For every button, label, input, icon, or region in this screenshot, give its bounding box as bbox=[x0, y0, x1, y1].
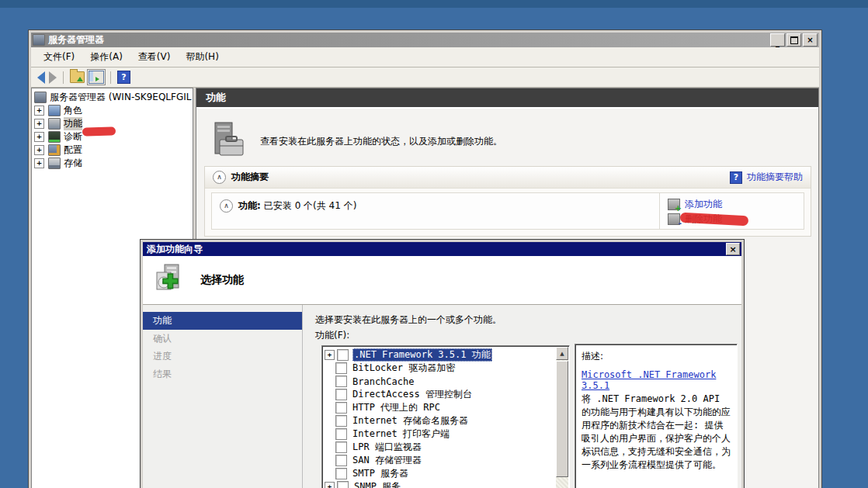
feature-label: Internet 打印客户端 bbox=[351, 427, 451, 441]
feature-checkbox[interactable] bbox=[335, 362, 347, 374]
menu-item[interactable]: 操作(A) bbox=[82, 48, 130, 66]
feature-checkbox[interactable] bbox=[335, 415, 347, 427]
tree-item-label: 诊断 bbox=[64, 130, 82, 144]
menu-item[interactable]: 文件(F) bbox=[36, 48, 82, 66]
feature-label: LPR 端口监视器 bbox=[351, 441, 423, 454]
dialog-header: 选择功能 bbox=[143, 256, 741, 305]
dialog-heading: 选择功能 bbox=[200, 273, 244, 287]
collapse-chevron-icon[interactable]: ∧ bbox=[220, 199, 233, 213]
panel-intro-text: 查看安装在此服务器上功能的状态，以及添加或删除功能。 bbox=[260, 135, 502, 148]
tree-item[interactable]: + 角色 bbox=[32, 104, 193, 117]
add-features-icon bbox=[668, 199, 680, 210]
minimize-button[interactable]: _ bbox=[770, 33, 785, 47]
server-manager-icon bbox=[34, 92, 47, 103]
tree-item[interactable]: + 存储 bbox=[32, 157, 193, 170]
expand-plus-icon[interactable]: + bbox=[325, 482, 335, 488]
feature-checkbox[interactable] bbox=[335, 402, 347, 414]
feature-row[interactable]: SMTP 服务器 bbox=[325, 467, 554, 480]
forward-icon[interactable] bbox=[49, 71, 57, 84]
feature-checkbox[interactable] bbox=[335, 441, 347, 453]
toolbar-separator bbox=[63, 71, 64, 84]
feature-row[interactable]: BitLocker 驱动器加密 bbox=[325, 362, 554, 375]
description-text: 将 .NET Framework 2.0 API 的功能与用于构建具有以下功能的… bbox=[582, 393, 731, 472]
back-icon[interactable] bbox=[37, 71, 45, 84]
feature-checkbox[interactable] bbox=[337, 481, 349, 488]
tree-item-label: 存储 bbox=[64, 157, 82, 170]
expand-plus-icon[interactable]: + bbox=[325, 350, 335, 360]
dialog-titlebar[interactable]: 添加功能向导 × bbox=[143, 242, 741, 256]
description-panel: 描述: Microsoft .NET Framework 3.5.1 将 .NE… bbox=[575, 344, 738, 488]
wizard-step[interactable]: 确认 bbox=[143, 330, 302, 348]
feature-checkbox[interactable] bbox=[337, 349, 349, 361]
window-titlebar[interactable]: 服务器管理器 _ × bbox=[31, 33, 819, 47]
add-features-wizard-dialog: 添加功能向导 × 选择功能 功能确认进度结果 选择要安装在此服务器上的一个或多个… bbox=[140, 239, 745, 488]
feature-row[interactable]: LPR 端口监视器 bbox=[325, 441, 554, 454]
feature-checkbox[interactable] bbox=[335, 376, 347, 387]
description-link[interactable]: Microsoft .NET Framework 3.5.1 bbox=[582, 369, 731, 391]
folder-icon[interactable] bbox=[70, 71, 85, 83]
console-tree-icon[interactable] bbox=[89, 71, 104, 84]
panel-header: 功能 bbox=[196, 88, 818, 109]
roles-icon bbox=[48, 105, 61, 116]
help-icon[interactable]: ? bbox=[117, 71, 130, 84]
features-count-label: 功能: bbox=[238, 199, 261, 213]
tree-root[interactable]: 服务器管理器 (WIN-SK9EQLFGIL bbox=[32, 91, 193, 104]
maximize-button[interactable] bbox=[786, 33, 801, 47]
feature-label: DirectAccess 管理控制台 bbox=[351, 388, 474, 401]
feature-label: SMTP 服务器 bbox=[351, 467, 410, 480]
menu-item[interactable]: 查看(V) bbox=[130, 48, 179, 66]
storage-icon bbox=[48, 157, 61, 169]
wizard-step[interactable]: 结果 bbox=[143, 365, 302, 383]
expand-plus-icon[interactable]: + bbox=[34, 106, 44, 116]
remove-features-icon bbox=[668, 213, 680, 225]
toolbar-separator bbox=[110, 71, 111, 84]
add-features-wizard-icon bbox=[154, 263, 188, 297]
minimize-icon: _ bbox=[776, 39, 779, 47]
config-icon bbox=[48, 144, 61, 156]
expand-plus-icon[interactable]: + bbox=[34, 132, 44, 142]
feature-label: .NET Framework 3.5.1 功能 bbox=[352, 348, 492, 362]
tree-item-label: 角色 bbox=[64, 104, 82, 117]
scrollbar-thumb[interactable] bbox=[556, 361, 568, 477]
dialog-close-button[interactable]: × bbox=[726, 243, 740, 255]
feature-label: SNMP 服务 bbox=[352, 480, 402, 488]
collapse-chevron-icon[interactable]: ∧ bbox=[213, 171, 226, 184]
features-listbox[interactable]: + .NET Framework 3.5.1 功能 BitLocker 驱动器加… bbox=[321, 345, 570, 488]
feature-row[interactable]: + .NET Framework 3.5.1 功能 bbox=[325, 348, 554, 362]
close-button[interactable]: × bbox=[803, 33, 818, 47]
summary-help-link[interactable]: 功能摘要帮助 bbox=[747, 171, 803, 184]
feature-checkbox[interactable] bbox=[335, 455, 347, 466]
feature-checkbox[interactable] bbox=[335, 389, 347, 400]
feature-label: Internet 存储命名服务器 bbox=[351, 414, 470, 427]
expand-plus-icon[interactable]: + bbox=[34, 158, 44, 168]
features-icon bbox=[48, 118, 61, 130]
summary-title: 功能摘要 bbox=[231, 171, 730, 184]
close-icon: × bbox=[729, 245, 736, 254]
expand-plus-icon[interactable]: + bbox=[34, 145, 44, 155]
vertical-scrollbar[interactable]: ▲ bbox=[556, 347, 568, 488]
menu-bar: 文件(F)操作(A)查看(V)帮助(H) bbox=[31, 47, 819, 67]
expand-plus-icon[interactable]: + bbox=[34, 119, 44, 129]
feature-label: BranchCache bbox=[351, 376, 415, 387]
feature-checkbox[interactable] bbox=[335, 468, 347, 479]
tree-item-label: 功能 bbox=[64, 117, 82, 130]
feature-row[interactable]: + SNMP 服务 bbox=[325, 480, 554, 488]
feature-checkbox[interactable] bbox=[335, 428, 347, 440]
feature-row[interactable]: BranchCache bbox=[325, 375, 554, 388]
feature-row[interactable]: Internet 打印客户端 bbox=[325, 427, 554, 441]
scroll-up-button[interactable]: ▲ bbox=[556, 347, 568, 360]
features-toolbox-icon bbox=[210, 121, 245, 161]
toolbar: ? bbox=[31, 67, 819, 88]
diagnostics-icon bbox=[48, 131, 61, 143]
tree-item[interactable]: + 配置 bbox=[32, 144, 193, 157]
summary-help-icon[interactable]: ? bbox=[730, 171, 742, 184]
feature-row[interactable]: Internet 存储命名服务器 bbox=[325, 414, 554, 427]
menu-item[interactable]: 帮助(H) bbox=[178, 48, 226, 66]
dialog-instruction: 选择要安装在此服务器上的一个或多个功能。 bbox=[315, 313, 502, 327]
feature-row[interactable]: DirectAccess 管理控制台 bbox=[325, 388, 554, 401]
feature-row[interactable]: HTTP 代理上的 RPC bbox=[325, 401, 554, 414]
wizard-step[interactable]: 进度 bbox=[143, 348, 302, 365]
wizard-step[interactable]: 功能 bbox=[143, 312, 302, 330]
feature-row[interactable]: SAN 存储管理器 bbox=[325, 454, 554, 467]
add-features-link[interactable]: 添加功能 bbox=[685, 198, 722, 211]
